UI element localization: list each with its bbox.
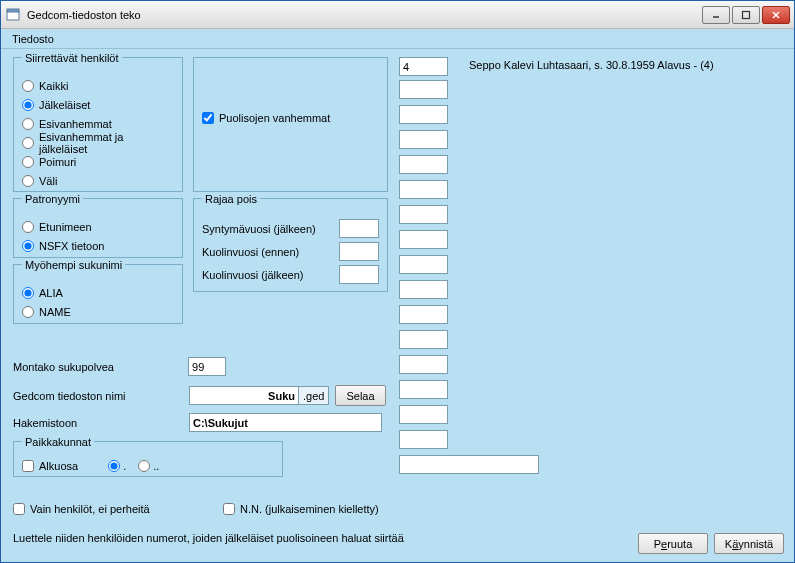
hint-text: Luettele niiden henkilöiden numerot, joi… (13, 532, 404, 544)
bottom-checks: Vain henkilöt, ei perheitä N.N. (julkais… (13, 499, 379, 519)
radio-place-2-label: .. (153, 460, 159, 472)
directory-row: Hakemistoon (13, 413, 382, 432)
id-field-3[interactable] (399, 130, 448, 149)
radio-place-1-label: . (123, 460, 126, 472)
generations-row: Montako sukupolvea (13, 357, 226, 376)
checkbox-persons-only[interactable] (13, 503, 25, 515)
radio-place-1[interactable] (108, 460, 120, 472)
svg-rect-1 (7, 9, 19, 12)
radio-vali-label: Väli (39, 175, 57, 187)
radio-ancestors-label: Esivanhemmat (39, 118, 112, 130)
checkbox-nn[interactable] (223, 503, 235, 515)
radio-poimuri[interactable] (22, 156, 34, 168)
input-death-before[interactable] (339, 242, 379, 261)
id-field-12[interactable] (399, 355, 448, 374)
id-field-5[interactable] (399, 180, 448, 199)
titlebar[interactable]: Gedcom-tiedoston teko (1, 1, 794, 29)
group-places: Paikkakunnat Alkuosa . .. (13, 441, 283, 477)
input-death-after[interactable] (339, 265, 379, 284)
id-field-1[interactable] (399, 80, 448, 99)
person-info: Seppo Kalevi Luhtasaari, s. 30.8.1959 Al… (469, 59, 714, 71)
id-field-2[interactable] (399, 105, 448, 124)
group-transfer: Siirrettävät henkilöt Kaikki Jälkeläiset… (13, 57, 183, 192)
window-title: Gedcom-tiedoston teko (27, 9, 702, 21)
browse-button[interactable]: Selaa (335, 385, 385, 406)
window: Gedcom-tiedoston teko Tiedosto Siirrettä… (0, 0, 795, 563)
label-gedcom-name: Gedcom tiedoston nimi (13, 390, 189, 402)
group-exclude: Rajaa pois Syntymävuosi (jälkeen) Kuolin… (193, 198, 388, 292)
id-field-6[interactable] (399, 205, 448, 224)
label-birth-after: Syntymävuosi (jälkeen) (202, 223, 316, 235)
radio-name-label: NAME (39, 306, 71, 318)
label-death-before: Kuolinvuosi (ennen) (202, 246, 299, 258)
menu-file[interactable]: Tiedosto (6, 31, 60, 47)
id-field-9[interactable] (399, 280, 448, 299)
radio-anc-desc[interactable] (22, 137, 34, 149)
label-generations: Montako sukupolvea (13, 361, 185, 373)
close-button[interactable] (762, 6, 790, 24)
cancel-button[interactable]: Peruuta (638, 533, 708, 554)
input-birth-after[interactable] (339, 219, 379, 238)
radio-vali[interactable] (22, 175, 34, 187)
input-gedcom-name[interactable] (189, 386, 299, 405)
checkbox-persons-only-label: Vain henkilöt, ei perheitä (30, 503, 150, 515)
group-places-legend: Paikkakunnat (22, 436, 94, 448)
radio-all-label: Kaikki (39, 80, 68, 92)
group-patronym-legend: Patronyymi (22, 193, 83, 205)
footer-buttons: Peruuta Käynnistä (638, 533, 784, 554)
id-field-14[interactable] (399, 405, 448, 424)
id-field-10[interactable] (399, 305, 448, 324)
radio-descendants[interactable] (22, 99, 34, 111)
left-column: Siirrettävät henkilöt Kaikki Jälkeläiset… (13, 57, 183, 324)
radio-etunimeen[interactable] (22, 221, 34, 233)
group-spouse-parents: Puolisojen vanhemmat (193, 57, 388, 192)
id-field-4[interactable] (399, 155, 448, 174)
checkbox-alkuosa[interactable] (22, 460, 34, 472)
checkbox-spouse-parents[interactable] (202, 112, 214, 124)
group-transfer-legend: Siirrettävät henkilöt (22, 52, 122, 64)
group-surname: Myöhempi sukunimi ALIA NAME (13, 264, 183, 324)
radio-nsfx[interactable] (22, 240, 34, 252)
maximize-button[interactable] (732, 6, 760, 24)
id-field-16[interactable] (399, 455, 539, 474)
app-icon (5, 7, 21, 23)
id-fields-column (399, 57, 449, 480)
id-field-15[interactable] (399, 430, 448, 449)
minimize-button[interactable] (702, 6, 730, 24)
checkbox-alkuosa-label: Alkuosa (39, 460, 78, 472)
label-directory: Hakemistoon (13, 417, 189, 429)
group-patronym: Patronyymi Etunimeen NSFX tietoon (13, 198, 183, 258)
radio-ancestors[interactable] (22, 118, 34, 130)
group-exclude-legend: Rajaa pois (202, 193, 260, 205)
checkbox-spouse-parents-label: Puolisojen vanhemmat (219, 112, 330, 124)
radio-name[interactable] (22, 306, 34, 318)
radio-place-2[interactable] (138, 460, 150, 472)
window-buttons (702, 6, 790, 24)
radio-alia-label: ALIA (39, 287, 63, 299)
id-field-0[interactable] (399, 57, 448, 76)
id-field-13[interactable] (399, 380, 448, 399)
radio-nsfx-label: NSFX tietoon (39, 240, 104, 252)
radio-etunimeen-label: Etunimeen (39, 221, 92, 233)
group-surname-legend: Myöhempi sukunimi (22, 259, 125, 271)
input-directory[interactable] (189, 413, 382, 432)
gedcom-ext: .ged (299, 386, 329, 405)
id-field-11[interactable] (399, 330, 448, 349)
client-area: Siirrettävät henkilöt Kaikki Jälkeläiset… (1, 49, 794, 562)
run-button[interactable]: Käynnistä (714, 533, 784, 554)
radio-all[interactable] (22, 80, 34, 92)
id-field-7[interactable] (399, 230, 448, 249)
checkbox-nn-label: N.N. (julkaiseminen kielletty) (240, 503, 379, 515)
menubar: Tiedosto (1, 29, 794, 49)
radio-anc-desc-label: Esivanhemmat ja jälkeläiset (39, 131, 174, 155)
label-death-after: Kuolinvuosi (jälkeen) (202, 269, 304, 281)
gedcom-name-row: Gedcom tiedoston nimi .ged Selaa (13, 385, 386, 406)
id-field-8[interactable] (399, 255, 448, 274)
middle-column: Puolisojen vanhemmat Rajaa pois Syntymäv… (193, 57, 388, 338)
radio-descendants-label: Jälkeläiset (39, 99, 90, 111)
svg-rect-3 (743, 11, 750, 18)
radio-alia[interactable] (22, 287, 34, 299)
radio-poimuri-label: Poimuri (39, 156, 76, 168)
input-generations[interactable] (188, 357, 226, 376)
